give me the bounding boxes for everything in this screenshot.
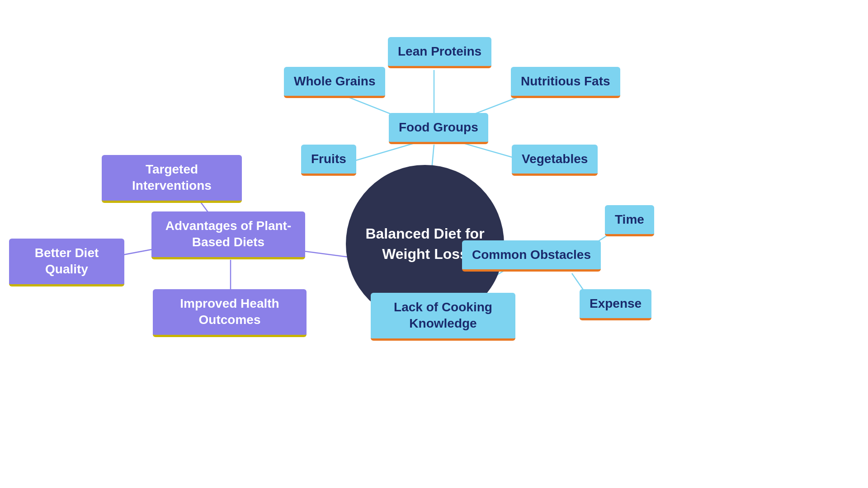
node-common-obstacles-label: Common Obstacles xyxy=(472,248,591,262)
node-better-diet[interactable]: Better Diet Quality xyxy=(9,239,124,286)
node-expense[interactable]: Expense xyxy=(580,289,651,320)
node-lack-cooking-label: Lack of Cooking Knowledge xyxy=(394,300,492,330)
node-whole-grains-label: Whole Grains xyxy=(294,74,375,88)
node-lack-cooking[interactable]: Lack of Cooking Knowledge xyxy=(371,293,515,341)
node-lean-proteins-label: Lean Proteins xyxy=(398,44,481,58)
node-expense-label: Expense xyxy=(590,296,642,310)
node-vegetables-label: Vegetables xyxy=(522,152,588,166)
node-common-obstacles[interactable]: Common Obstacles xyxy=(462,240,601,272)
node-advantages[interactable]: Advantages of Plant-Based Diets xyxy=(151,211,305,259)
node-nutritious-fats[interactable]: Nutritious Fats xyxy=(511,67,620,98)
node-food-groups[interactable]: Food Groups xyxy=(389,113,488,144)
node-improved-health[interactable]: Improved Health Outcomes xyxy=(153,289,307,337)
node-fruits-label: Fruits xyxy=(311,152,346,166)
node-whole-grains[interactable]: Whole Grains xyxy=(284,67,385,98)
node-improved-health-label: Improved Health Outcomes xyxy=(180,296,279,327)
node-advantages-label: Advantages of Plant-Based Diets xyxy=(165,219,291,249)
node-targeted[interactable]: Targeted Interventions xyxy=(102,155,242,203)
node-lean-proteins[interactable]: Lean Proteins xyxy=(388,37,491,68)
node-targeted-label: Targeted Interventions xyxy=(132,162,212,192)
node-fruits[interactable]: Fruits xyxy=(301,145,356,176)
node-nutritious-fats-label: Nutritious Fats xyxy=(521,74,610,88)
node-better-diet-label: Better Diet Quality xyxy=(35,246,99,276)
node-time-label: Time xyxy=(615,212,644,226)
node-time[interactable]: Time xyxy=(605,205,654,236)
node-vegetables[interactable]: Vegetables xyxy=(512,145,598,176)
node-food-groups-label: Food Groups xyxy=(399,120,478,134)
